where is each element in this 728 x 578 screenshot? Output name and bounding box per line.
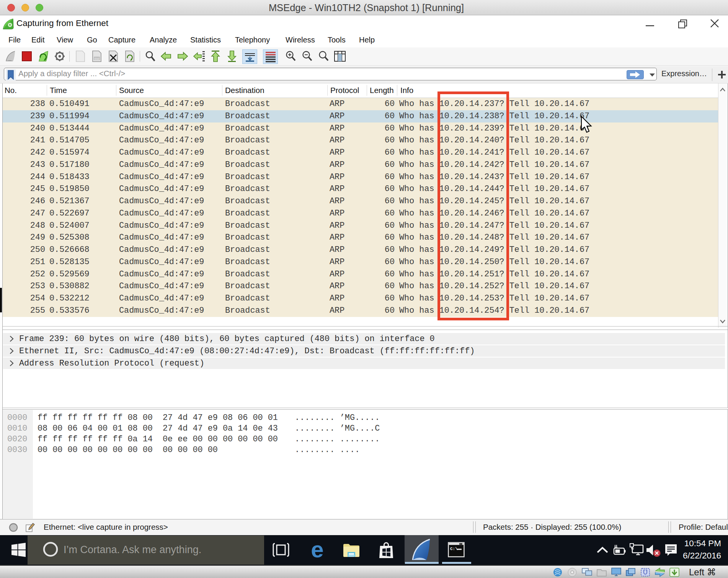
svg-text:C:\: C:\ xyxy=(450,547,458,551)
svg-text:010: 010 xyxy=(95,57,100,60)
